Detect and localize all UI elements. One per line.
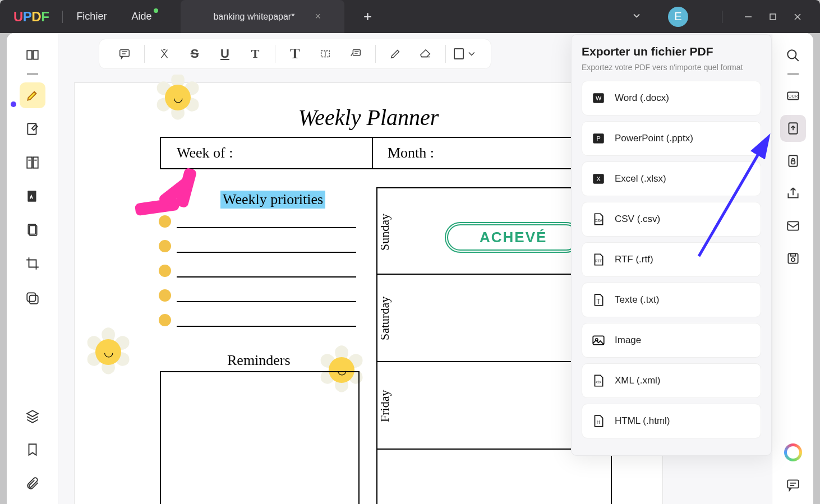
app-logo: UPDF <box>13 9 49 25</box>
squiggly-icon[interactable]: T <box>243 42 267 66</box>
attachment-icon[interactable] <box>20 470 45 496</box>
tab-label: banking whitepapar* <box>213 12 294 22</box>
indicator-dot <box>11 101 16 107</box>
dropdown-icon[interactable] <box>631 10 642 24</box>
document-tab[interactable]: banking whitepapar* × <box>181 0 344 33</box>
protect-button[interactable] <box>780 147 806 174</box>
svg-rect-6 <box>33 157 38 168</box>
svg-rect-33 <box>353 50 360 56</box>
window-maximize-button[interactable] <box>761 8 785 26</box>
comment-icon[interactable] <box>113 42 136 66</box>
main-frame: OCR S U T T T ✽◡ ✽◡ ✽◡ Weekly Planner <box>7 33 813 504</box>
email-icon[interactable] <box>780 212 806 239</box>
svg-text:P: P <box>596 135 600 142</box>
export-option-image[interactable]: Image <box>582 323 761 358</box>
word-icon: W <box>591 91 606 105</box>
bookmark-icon[interactable] <box>20 437 45 463</box>
svg-text:H: H <box>597 419 600 425</box>
annotation-toolbar: S U T T T <box>99 39 491 69</box>
fill-sign-button[interactable] <box>20 183 45 209</box>
compress-button[interactable] <box>20 217 45 243</box>
svg-text:OCR: OCR <box>788 94 798 99</box>
window-minimize-button[interactable] <box>736 8 761 26</box>
pencil-icon[interactable] <box>384 42 407 66</box>
svg-rect-24 <box>790 253 795 256</box>
separator <box>62 11 63 23</box>
share-icon[interactable] <box>780 180 806 207</box>
reader-mode-button[interactable] <box>20 42 45 68</box>
svg-rect-1 <box>770 14 776 20</box>
export-option-csv[interactable]: CSVCSV (.csv) <box>582 202 761 237</box>
window-close-button[interactable] <box>785 8 810 26</box>
close-tab-button[interactable]: × <box>315 11 321 22</box>
svg-line-15 <box>795 57 799 61</box>
svg-point-14 <box>787 50 796 58</box>
menu-file[interactable]: Fichier <box>76 11 107 22</box>
rtf-icon: RTF <box>591 252 606 267</box>
day-cell <box>376 450 612 504</box>
export-option-powerpoint[interactable]: PPowerPoint (.pptx) <box>582 121 761 156</box>
compare-button[interactable] <box>20 284 45 310</box>
text-tool-icon[interactable]: T <box>283 42 307 66</box>
svg-text:W: W <box>596 95 602 101</box>
highlight-icon[interactable] <box>153 42 176 66</box>
svg-text:RTF: RTF <box>595 259 602 263</box>
svg-rect-21 <box>787 221 799 230</box>
svg-text:X: X <box>596 175 600 182</box>
panel-title: Exporter un fichier PDF <box>582 45 761 58</box>
export-option-text[interactable]: TTexte (.txt) <box>582 283 761 317</box>
eraser-icon[interactable] <box>414 42 437 66</box>
save-icon[interactable] <box>780 245 806 272</box>
callout-icon[interactable] <box>344 42 367 66</box>
organize-pages-button[interactable] <box>20 150 45 175</box>
excel-icon: X <box>591 172 606 186</box>
reminders-box <box>160 371 360 504</box>
week-of-cell: Week of : <box>160 137 373 169</box>
underline-icon[interactable]: U <box>213 42 237 66</box>
titlebar: UPDF Fichier Aide banking whitepapar* × … <box>0 0 820 33</box>
export-option-xml[interactable]: </>XML (.xml) <box>582 363 761 398</box>
export-panel: Exporter un fichier PDF Exportez votre P… <box>571 34 772 456</box>
image-icon <box>591 333 606 348</box>
ocr-button[interactable]: OCR <box>780 82 806 109</box>
export-option-word[interactable]: WWord (.docx) <box>582 81 761 115</box>
separator <box>722 11 722 23</box>
edit-tool-button[interactable] <box>20 116 45 142</box>
svg-text:T: T <box>324 51 327 57</box>
export-button[interactable] <box>780 115 806 142</box>
menu-help[interactable]: Aide <box>131 11 151 22</box>
highlighter-tool-icon[interactable] <box>20 82 45 108</box>
shape-tool-dropdown[interactable] <box>454 42 477 66</box>
xml-icon: </> <box>591 373 606 388</box>
ai-assistant-button[interactable] <box>784 443 802 461</box>
divider <box>787 73 799 75</box>
export-option-rtf[interactable]: RTFRTF (.rtf) <box>582 242 761 277</box>
csv-icon: CSV <box>591 212 606 226</box>
strikethrough-icon[interactable]: S <box>183 42 206 66</box>
textbox-icon[interactable]: T <box>314 42 337 66</box>
reminders-heading: Reminders <box>227 352 291 369</box>
svg-rect-25 <box>787 480 799 488</box>
new-tab-button[interactable]: + <box>363 8 372 25</box>
text-icon: T <box>591 293 606 307</box>
stamp-annotation[interactable]: ACHEVÉ <box>447 224 579 251</box>
svg-text:CSV: CSV <box>595 219 602 223</box>
svg-rect-13 <box>29 295 38 304</box>
export-option-excel[interactable]: XExcel (.xlsx) <box>582 161 761 196</box>
user-avatar[interactable]: E <box>668 7 688 27</box>
divider <box>27 73 38 75</box>
svg-rect-5 <box>27 157 32 168</box>
export-option-html[interactable]: HHTML (.html) <box>582 404 761 438</box>
layers-icon[interactable] <box>20 403 45 429</box>
svg-rect-20 <box>791 161 795 164</box>
comments-panel-icon[interactable] <box>780 471 806 498</box>
html-icon: H <box>591 414 606 428</box>
svg-text:T: T <box>596 298 600 306</box>
search-icon[interactable] <box>780 42 806 69</box>
crop-button[interactable] <box>20 251 45 276</box>
decoration-flower-icon: ✽◡ <box>82 316 134 388</box>
panel-subtitle: Exportez votre PDF vers n'importe quel f… <box>582 63 761 72</box>
priorities-heading[interactable]: Weekly priorities <box>220 191 325 209</box>
svg-text:</>: </> <box>596 380 602 385</box>
svg-rect-28 <box>120 50 130 57</box>
